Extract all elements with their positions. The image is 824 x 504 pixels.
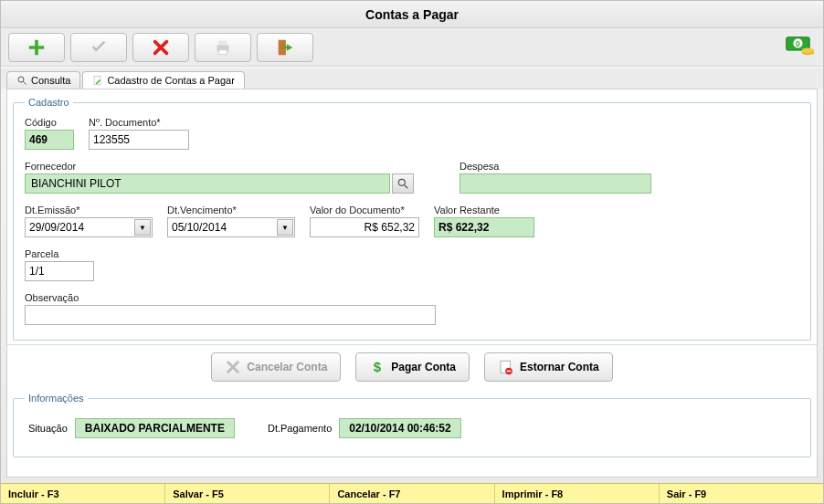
cancelar-conta-button[interactable]: Cancelar Conta	[211, 352, 341, 382]
documento-input[interactable]	[89, 130, 189, 150]
x-icon	[151, 37, 171, 58]
pagamento-value: 02/10/2014 00:46:52	[339, 418, 460, 438]
parcela-label: Parcela	[25, 248, 94, 259]
svg-text:0: 0	[796, 39, 800, 48]
emissao-dropdown-button[interactable]: ▼	[134, 219, 151, 236]
codigo-label: Código	[25, 117, 74, 128]
edit-page-icon	[92, 75, 103, 86]
page-minus-icon	[498, 359, 514, 375]
dollar-icon: $	[369, 359, 386, 375]
x-icon	[225, 359, 241, 375]
documento-label: Nº. Documento*	[89, 117, 189, 128]
valordoc-input[interactable]	[310, 217, 419, 237]
estornar-conta-button[interactable]: Estornar Conta	[484, 352, 613, 382]
chevron-down-icon: ▼	[281, 224, 289, 232]
pagar-conta-label: Pagar Conta	[391, 361, 456, 373]
status-imprimir: Imprimir - F8	[495, 484, 660, 503]
emissao-label: Dt.Emissão*	[25, 205, 153, 215]
vencimento-input[interactable]	[167, 217, 295, 237]
svg-point-8	[802, 48, 815, 53]
group-cadastro: Cadastro Código 469 Nº. Documento* Forne…	[13, 97, 811, 341]
obs-input[interactable]	[25, 305, 436, 325]
despesa-label: Despesa	[460, 161, 651, 172]
pagamento-label: Dt.Pagamento	[268, 423, 332, 434]
main-toolbar: 0	[1, 28, 823, 67]
status-cancelar: Cancelar - F7	[330, 484, 494, 503]
group-informacoes: Informações Situação BAIXADO PARCIALMENT…	[13, 393, 811, 457]
pagar-conta-button[interactable]: $ Pagar Conta	[355, 352, 470, 382]
check-icon	[89, 37, 109, 58]
svg-line-13	[405, 185, 408, 189]
printer-icon	[213, 37, 233, 58]
svg-text:$: $	[374, 359, 382, 374]
svg-point-12	[398, 179, 405, 185]
status-incluir: Incluir - F3	[1, 484, 165, 503]
window-title: Contas a Pagar	[1, 1, 823, 28]
status-bar: Incluir - F3 Salvar - F5 Cancelar - F7 I…	[1, 483, 823, 503]
chevron-down-icon: ▼	[139, 224, 146, 232]
cancel-button[interactable]	[132, 33, 189, 62]
svg-point-9	[18, 77, 24, 82]
emissao-input[interactable]	[25, 217, 153, 237]
confirm-button[interactable]	[70, 33, 127, 62]
group-cadastro-legend: Cadastro	[25, 97, 73, 108]
magnifier-icon	[396, 177, 409, 190]
status-sair: Sair - F9	[660, 484, 823, 503]
tab-cadastro-label: Cadastro de Contas a Pagar	[107, 75, 234, 86]
vencimento-dropdown-button[interactable]: ▼	[277, 219, 293, 236]
valordoc-label: Valor do Documento*	[310, 205, 419, 215]
valorrest-label: Valor Restante	[434, 205, 534, 215]
tab-consulta-label: Consulta	[31, 75, 70, 86]
door-exit-icon	[275, 37, 295, 58]
svg-rect-2	[218, 49, 227, 54]
fornecedor-value: BIANCHINI PILOT	[25, 173, 390, 194]
svg-rect-17	[507, 371, 512, 373]
action-row: Cancelar Conta $ Pagar Conta Estornar Co…	[7, 344, 817, 389]
situacao-label: Situação	[28, 423, 68, 434]
exit-button[interactable]	[257, 33, 313, 62]
valorrest-value: R$ 622,32	[434, 217, 534, 237]
magnifier-icon	[16, 75, 27, 86]
situacao-value: BAIXADO PARCIALMENTE	[75, 418, 235, 438]
print-button[interactable]	[195, 33, 251, 62]
group-informacoes-legend: Informações	[25, 393, 88, 404]
fornecedor-search-button[interactable]	[392, 173, 414, 194]
tab-cadastro[interactable]: Cadastro de Contas a Pagar	[82, 71, 244, 89]
tab-bar: Consulta Cadastro de Contas a Pagar	[1, 68, 823, 89]
status-salvar: Salvar - F5	[165, 484, 330, 503]
obs-label: Observação	[25, 292, 436, 303]
svg-rect-1	[218, 40, 227, 45]
fornecedor-label: Fornecedor	[25, 161, 417, 172]
money-icon: 0	[785, 33, 816, 61]
parcela-input[interactable]	[25, 261, 94, 281]
vencimento-label: Dt.Vencimento*	[167, 205, 295, 215]
tab-consulta[interactable]: Consulta	[6, 71, 80, 89]
add-button[interactable]	[8, 33, 65, 62]
estornar-conta-label: Estornar Conta	[520, 361, 599, 373]
codigo-value: 469	[25, 130, 74, 150]
despesa-value	[460, 173, 651, 194]
svg-line-10	[24, 82, 26, 85]
plus-icon	[26, 37, 47, 58]
cancelar-conta-label: Cancelar Conta	[247, 361, 327, 373]
